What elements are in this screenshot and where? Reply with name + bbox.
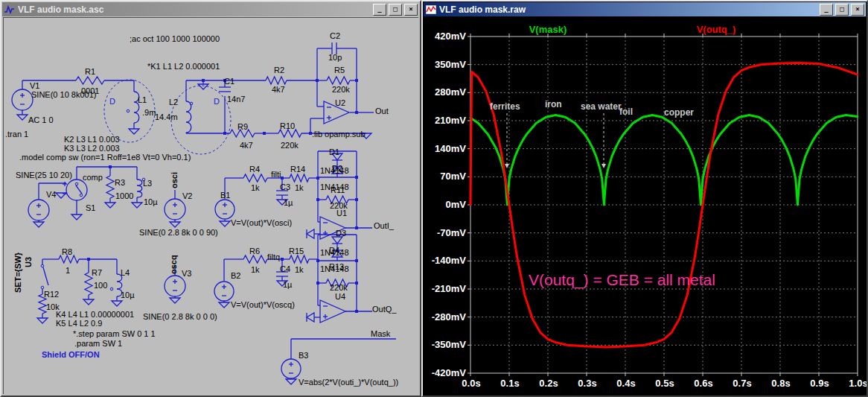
y-tick-label: 350mV bbox=[435, 59, 466, 70]
schematic-label: C1 bbox=[224, 77, 234, 86]
schematic-label: B1 bbox=[220, 191, 230, 200]
schematic-label: R1 bbox=[85, 68, 95, 76]
schematic-label: OutI_ bbox=[374, 222, 394, 230]
schematic-window[interactable]: VLF audio mask.asc _ □ × ;ac oct 100 100… bbox=[0, 0, 421, 397]
schematic-label: osci bbox=[170, 172, 179, 188]
schematic-label: *.step param SW 0 1 1 bbox=[73, 330, 156, 338]
plot-annotation: copper bbox=[664, 107, 694, 118]
schematic-label: R2 bbox=[274, 66, 284, 74]
schematic-label: Out bbox=[375, 107, 389, 115]
maximize-button[interactable]: □ bbox=[835, 4, 849, 16]
capacitors bbox=[219, 42, 336, 276]
schematic-window-titlebar[interactable]: VLF audio mask.asc _ □ × bbox=[2, 2, 419, 16]
waveform-window-titlebar[interactable]: VLF audio mask.raw _ □ × bbox=[424, 2, 866, 16]
schematic-label: D1 bbox=[329, 148, 339, 156]
legend-V(outq_): V(outq_) bbox=[697, 24, 736, 35]
x-tick-label: 0.4s bbox=[616, 378, 635, 389]
schematic-canvas[interactable]: ;ac oct 100 1000 100000*K1 L1 L2 0.00000… bbox=[3, 17, 418, 394]
schematic-label: .9m bbox=[142, 109, 156, 117]
schematic-drawing bbox=[3, 17, 418, 394]
schematic-label: V=abs(2*V(outi_)*V(outq_)) bbox=[299, 378, 398, 387]
schematic-label: 10µ bbox=[144, 198, 158, 206]
maximize-button[interactable]: □ bbox=[389, 4, 402, 16]
y-tick-label: -140mV bbox=[432, 255, 467, 266]
schematic-label: 1N4148 bbox=[320, 265, 349, 273]
schematic-label: .param SW 1 bbox=[74, 340, 122, 348]
schematic-label: U3 bbox=[25, 257, 33, 267]
schematic-label: U1 bbox=[336, 209, 347, 217]
desktop: VLF audio mask.asc _ □ × ;ac oct 100 100… bbox=[0, 0, 868, 397]
y-tick-label: 140mV bbox=[435, 143, 466, 154]
schematic-label: L2 bbox=[169, 98, 178, 107]
close-button[interactable]: × bbox=[404, 4, 418, 16]
schematic-label: V=V(out)*V(oscq) bbox=[231, 301, 295, 309]
x-tick-label: 0.0s bbox=[462, 378, 480, 389]
schematic-label: 220k bbox=[332, 86, 350, 94]
schematic-label: filtq bbox=[267, 253, 280, 261]
schematic-label: comp bbox=[83, 174, 103, 182]
schematic-label: SINE(0 2.8 8k 0 0 0) bbox=[143, 313, 217, 321]
schematic-label: 1000 bbox=[115, 192, 133, 200]
schematic-label: R4 bbox=[249, 165, 260, 174]
x-tick-label: 0.3s bbox=[578, 378, 596, 389]
schematic-label: Mask bbox=[371, 330, 390, 338]
schematic-label: 1k bbox=[295, 184, 304, 192]
schematic-label: 10p bbox=[328, 54, 342, 62]
plot-annotation: V(outq_) = GEB = all metal bbox=[529, 271, 715, 289]
schematic-label: D3 bbox=[336, 229, 346, 238]
minimize-button[interactable]: _ bbox=[373, 4, 386, 16]
schematic-label: 4k7 bbox=[240, 142, 253, 150]
schematic-label: 1µ bbox=[283, 281, 292, 289]
schematic-label: U4 bbox=[335, 293, 345, 301]
schematic-label: Shield OFF/ON bbox=[42, 351, 100, 359]
schematic-label: .model comp sw (ron=1 Roff=1e8 Vt=0 Vh=0… bbox=[19, 153, 191, 162]
schematic-label: ;ac oct 100 1000 100000 bbox=[130, 35, 220, 43]
y-tick-label: -420mV bbox=[432, 367, 467, 378]
ltspice-schematic-icon bbox=[4, 4, 16, 15]
schematic-label: L3 bbox=[143, 180, 152, 188]
schematic-label: R8 bbox=[62, 248, 72, 256]
schematic-label: 100 bbox=[94, 282, 107, 290]
x-tick-label: 0.8s bbox=[771, 378, 790, 389]
waveform-icon bbox=[425, 4, 437, 15]
schematic-label: R11 bbox=[331, 186, 345, 194]
schematic-label: SET={SW} bbox=[14, 253, 22, 293]
schematic-label: 4k7 bbox=[272, 86, 285, 94]
schematic-label: V=V(out)*V(osci) bbox=[231, 219, 292, 227]
schematic-label: 1k bbox=[251, 184, 260, 192]
schematic-label: R9 bbox=[237, 123, 248, 131]
schematic-label: D bbox=[109, 98, 115, 106]
schematic-label: 220k bbox=[281, 142, 299, 150]
schematic-label: K5 L4 L2 0.9 bbox=[56, 320, 102, 328]
waveform-window-title: VLF audio mask.raw bbox=[439, 4, 817, 15]
schematic-label: R6 bbox=[249, 247, 260, 255]
schematic-label: 14.4m bbox=[155, 113, 178, 121]
plot-annotation: foil bbox=[619, 107, 633, 117]
schematic-label: B2 bbox=[231, 272, 240, 280]
schematic-label: L1 bbox=[138, 96, 147, 104]
plot-annotation: sea water bbox=[581, 101, 622, 112]
schematic-label: C4 bbox=[280, 265, 290, 273]
schematic-label: R15 bbox=[289, 247, 304, 255]
schematic-label: S1 bbox=[86, 204, 95, 212]
waveform-plot[interactable]: 0.0s0.1s0.2s0.3s0.4s0.5s0.6s0.7s0.8s0.9s… bbox=[423, 1, 867, 396]
schematic-label: 1N4148 bbox=[320, 249, 349, 257]
x-tick-label: 0.7s bbox=[733, 378, 751, 389]
schematic-label: K4 L4 L1 0.00000001 bbox=[56, 311, 134, 319]
schematic-label: R10 bbox=[280, 122, 295, 130]
schematic-label: L4 bbox=[121, 269, 130, 277]
schematic-label: K3 L3 L2 0.003 bbox=[64, 144, 120, 153]
close-button[interactable]: × bbox=[851, 4, 864, 16]
x-tick-label: 0.1s bbox=[500, 378, 519, 389]
schematic-label: oscq bbox=[170, 255, 178, 274]
schematic-label: R14 bbox=[290, 165, 305, 174]
schematic-label: SINE(0 10 8k001) bbox=[31, 91, 96, 99]
minimize-button[interactable]: _ bbox=[820, 4, 833, 16]
schematic-label: 1 bbox=[66, 267, 70, 275]
waveform-window[interactable]: 0.0s0.1s0.2s0.3s0.4s0.5s0.6s0.7s0.8s0.9s… bbox=[421, 0, 868, 397]
schematic-label: .tran 1 bbox=[5, 130, 28, 139]
schematic-label: V2 bbox=[182, 192, 192, 200]
y-tick-label: -210mV bbox=[432, 283, 467, 294]
schematic-label: 220k bbox=[330, 284, 348, 292]
y-tick-label: 210mV bbox=[435, 115, 466, 126]
